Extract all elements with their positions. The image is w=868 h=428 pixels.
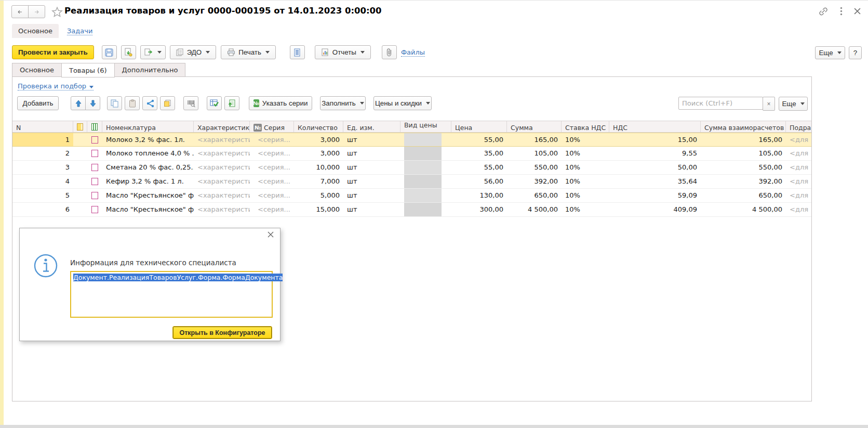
kebab-menu-icon[interactable]: [840, 7, 843, 16]
nav-item-main[interactable]: Основное: [12, 24, 59, 38]
cell-unit[interactable]: шт: [343, 161, 400, 174]
cell-unit[interactable]: шт: [343, 189, 400, 202]
cell-series[interactable]: <серия...: [250, 175, 294, 188]
cell-qty[interactable]: 3,000: [294, 133, 343, 146]
cell-n[interactable]: 1: [12, 133, 73, 146]
cell-vat[interactable]: 9,55: [609, 147, 701, 160]
cell-icon[interactable]: [73, 161, 87, 174]
dialog-close-icon[interactable]: [268, 231, 274, 238]
search-clear-button[interactable]: ×: [763, 97, 775, 111]
cell-series[interactable]: <серия...: [250, 203, 294, 216]
cell-n[interactable]: 3: [12, 161, 73, 174]
header-folder-icon[interactable]: [73, 121, 87, 132]
folder-button[interactable]: [160, 96, 175, 110]
files-link[interactable]: Файлы: [401, 48, 425, 57]
fill-button[interactable]: Заполнить: [320, 96, 366, 110]
cell-name[interactable]: Кефир 3,2 % фас. 1 л.: [102, 175, 194, 188]
cell-characteristic[interactable]: <характеристи...: [194, 203, 250, 216]
header-nomenclature[interactable]: Номенклатура: [102, 121, 194, 132]
cell-characteristic[interactable]: <характеристи...: [194, 133, 250, 146]
cell-qty[interactable]: 10,000: [294, 161, 343, 174]
document-structure-button[interactable]: [290, 45, 305, 59]
cell-unit[interactable]: шт: [343, 147, 400, 160]
cell-sum[interactable]: 105,00: [507, 147, 562, 160]
header-unit[interactable]: Ед. изм.: [343, 121, 400, 132]
header-settlement[interactable]: Сумма взаиморасчетов: [701, 121, 786, 132]
cell-n[interactable]: 2: [12, 147, 73, 160]
paste-rows-button[interactable]: [125, 96, 140, 110]
cell-unit[interactable]: шт: [343, 175, 400, 188]
cell-icon[interactable]: [73, 147, 87, 160]
cell-vat[interactable]: 50,00: [609, 161, 701, 174]
cell-icon[interactable]: [73, 133, 87, 146]
cell-vat_rate[interactable]: 10%: [562, 147, 609, 160]
create-based-on-button[interactable]: [140, 45, 166, 59]
cell-series[interactable]: <серия...: [250, 161, 294, 174]
cell-qty[interactable]: 7,000: [294, 175, 343, 188]
favorite-star-icon[interactable]: [51, 6, 63, 18]
cell-icon[interactable]: [73, 189, 87, 202]
cell-n[interactable]: 5: [12, 189, 73, 202]
cell-characteristic[interactable]: <характеристи...: [194, 161, 250, 174]
cell-vat[interactable]: 35,64: [609, 175, 701, 188]
cell-icon[interactable]: [73, 203, 87, 216]
cell-dept[interactable]: <для: [786, 133, 811, 146]
cell-vat_rate[interactable]: 10%: [562, 175, 609, 188]
cell-icon[interactable]: [87, 175, 102, 188]
header-dept[interactable]: Подра: [786, 121, 811, 132]
cell-unit[interactable]: шт: [343, 203, 400, 216]
load-document-button[interactable]: [224, 96, 239, 110]
cell-characteristic[interactable]: <характеристи...: [194, 147, 250, 160]
cell-price-kind[interactable]: [400, 133, 451, 146]
cell-sum[interactable]: 4 500,00: [507, 203, 562, 216]
header-n[interactable]: N: [12, 121, 73, 132]
cell-vat[interactable]: 15,00: [609, 133, 701, 146]
dialog-form-path-field[interactable]: Документ.РеализацияТоваровУслуг.Форма.Фо…: [70, 271, 273, 318]
cell-qty[interactable]: 15,000: [294, 203, 343, 216]
cell-n[interactable]: 6: [12, 203, 73, 216]
check-fill-table-button[interactable]: [207, 96, 222, 110]
cell-price[interactable]: 55,00: [451, 161, 507, 174]
header-vat-rate[interactable]: Ставка НДС: [562, 121, 609, 132]
search-input[interactable]: [678, 97, 763, 110]
cell-dept[interactable]: <для: [786, 203, 811, 216]
share-structure-button[interactable]: [142, 96, 157, 110]
forward-button[interactable]: [28, 5, 45, 18]
post-and-close-button[interactable]: Провести и закрыть: [12, 45, 94, 59]
table-row[interactable]: 3Сметана 20 % фас. 0,25...<характеристи.…: [12, 161, 811, 175]
cell-series[interactable]: <серия...: [250, 189, 294, 202]
cell-qty[interactable]: 3,000: [294, 147, 343, 160]
cell-dept[interactable]: <для: [786, 161, 811, 174]
cell-name[interactable]: Сметана 20 % фас. 0,25...: [102, 161, 194, 174]
cell-dept[interactable]: <для: [786, 189, 811, 202]
print-button[interactable]: Печать: [221, 45, 276, 59]
prices-discounts-button[interactable]: Цены и скидки: [373, 96, 432, 110]
cell-settlement[interactable]: 550,00: [701, 161, 786, 174]
goods-more-button[interactable]: Еще: [779, 97, 808, 111]
cell-dept[interactable]: <для: [786, 147, 811, 160]
tab-goods[interactable]: Товары (6): [61, 63, 115, 77]
cell-price[interactable]: 55,00: [451, 133, 507, 146]
open-in-configurator-button[interactable]: Открыть в Конфигураторе: [172, 326, 272, 339]
header-sum[interactable]: Сумма: [507, 121, 562, 132]
cell-vat_rate[interactable]: 10%: [562, 203, 609, 216]
cell-qty[interactable]: 5,000: [294, 189, 343, 202]
cell-sum[interactable]: 550,00: [507, 161, 562, 174]
cell-icon[interactable]: [87, 161, 102, 174]
move-row-up-button[interactable]: [71, 96, 86, 110]
save-button[interactable]: [102, 45, 117, 59]
header-nomenclature-type-icon[interactable]: [87, 121, 102, 132]
cell-vat_rate[interactable]: 10%: [562, 133, 609, 146]
header-price-kind[interactable]: Вид цены: [400, 121, 451, 132]
cell-icon[interactable]: [87, 203, 102, 216]
cell-price[interactable]: 130,00: [451, 189, 507, 202]
cell-icon[interactable]: [73, 175, 87, 188]
cell-vat_rate[interactable]: 10%: [562, 189, 609, 202]
help-button[interactable]: ?: [849, 46, 862, 59]
table-row[interactable]: 2Молоко топленое 4,0 % ...<характеристи.…: [12, 147, 811, 161]
tab-extra[interactable]: Дополнительно: [115, 63, 186, 77]
cell-series[interactable]: <серия...: [250, 147, 294, 160]
specify-series-button[interactable]: № Указать серии: [249, 96, 312, 110]
table-row[interactable]: 1Молоко 3,2 % фас. 1л.<характеристи...<с…: [12, 133, 811, 147]
cell-name[interactable]: Молоко 3,2 % фас. 1л.: [102, 133, 194, 146]
